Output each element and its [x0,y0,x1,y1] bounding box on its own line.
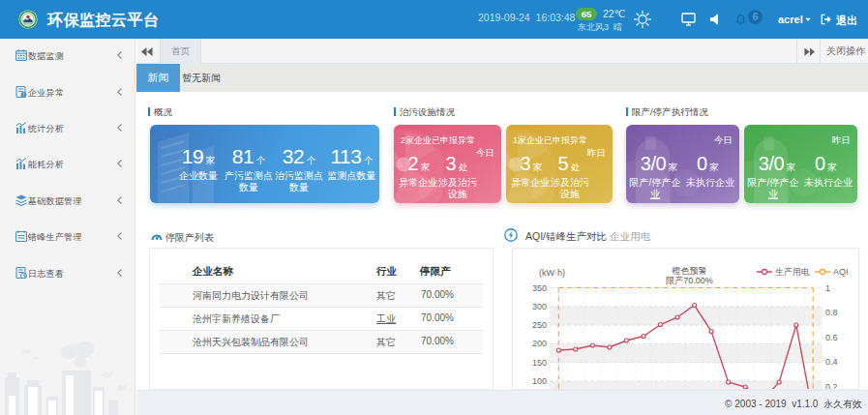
svg-text:300: 300 [532,302,547,311]
svg-text:0.8: 0.8 [825,308,838,317]
svg-text:150: 150 [532,358,547,368]
svg-text:橙色预警: 橙色预警 [673,266,707,276]
svg-text:0.4: 0.4 [825,357,838,367]
svg-text:限产70.00%: 限产70.00% [666,276,713,285]
svg-text:200: 200 [532,339,547,348]
svg-text:1: 1 [825,283,830,293]
svg-text:!: ! [23,91,24,97]
svg-text:0.2: 0.2 [825,382,838,390]
svg-text:(kW·h): (kW·h) [539,268,565,278]
svg-text:250: 250 [532,320,547,330]
svg-text:350: 350 [532,283,547,293]
svg-text:生产用电: 生产用电 [775,267,810,277]
svg-text:0.6: 0.6 [825,333,838,342]
svg-text:AQI: AQI [833,267,849,277]
svg-text:100: 100 [532,376,547,386]
